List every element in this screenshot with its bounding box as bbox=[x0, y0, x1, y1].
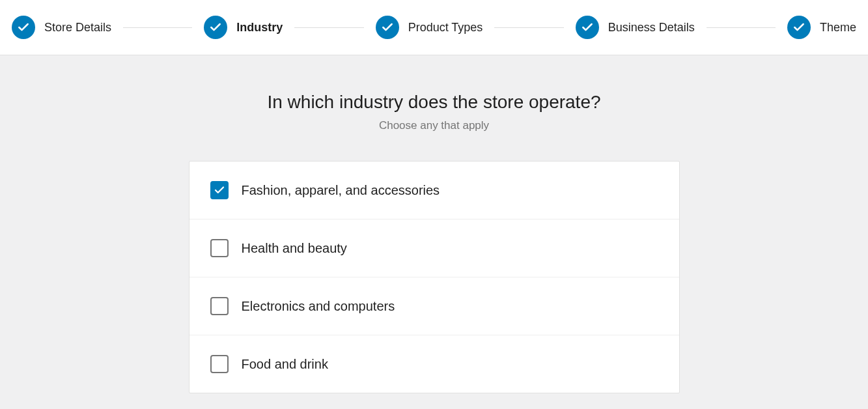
option-fashion[interactable]: Fashion, apparel, and accessories bbox=[189, 162, 679, 219]
step-connector bbox=[294, 27, 363, 28]
step-theme[interactable]: Theme bbox=[787, 16, 856, 39]
step-store-details[interactable]: Store Details bbox=[12, 16, 111, 39]
step-connector bbox=[494, 27, 563, 28]
check-icon bbox=[376, 16, 399, 39]
checkbox-icon[interactable] bbox=[210, 355, 229, 373]
step-industry[interactable]: Industry bbox=[204, 16, 283, 39]
page-heading: In which industry does the store operate… bbox=[0, 92, 868, 113]
option-electronics[interactable]: Electronics and computers bbox=[189, 277, 679, 335]
industry-options: Fashion, apparel, and accessories Health… bbox=[189, 161, 680, 393]
option-label: Electronics and computers bbox=[242, 299, 395, 314]
option-label: Health and beauty bbox=[242, 241, 347, 256]
step-connector bbox=[707, 27, 776, 28]
main-content: In which industry does the store operate… bbox=[0, 55, 868, 393]
check-icon bbox=[12, 16, 35, 39]
checkbox-icon[interactable] bbox=[210, 297, 229, 315]
check-icon bbox=[204, 16, 227, 39]
checkbox-icon[interactable] bbox=[210, 239, 229, 257]
option-label: Food and drink bbox=[242, 357, 328, 372]
wizard-stepper: Store Details Industry Product Types Bus… bbox=[0, 0, 868, 55]
page-subheading: Choose any that apply bbox=[0, 119, 868, 132]
option-label: Fashion, apparel, and accessories bbox=[242, 183, 440, 198]
step-label: Store Details bbox=[44, 21, 111, 35]
step-label: Product Types bbox=[408, 21, 483, 35]
checkbox-icon[interactable] bbox=[210, 181, 229, 199]
step-label: Business Details bbox=[608, 21, 695, 35]
option-food-drink[interactable]: Food and drink bbox=[189, 335, 679, 393]
step-label: Industry bbox=[236, 21, 283, 35]
step-product-types[interactable]: Product Types bbox=[376, 16, 483, 39]
step-label: Theme bbox=[820, 21, 856, 35]
check-icon bbox=[787, 16, 811, 39]
option-health-beauty[interactable]: Health and beauty bbox=[189, 219, 679, 277]
check-icon bbox=[576, 16, 599, 39]
step-connector bbox=[123, 27, 192, 28]
step-business-details[interactable]: Business Details bbox=[576, 16, 695, 39]
